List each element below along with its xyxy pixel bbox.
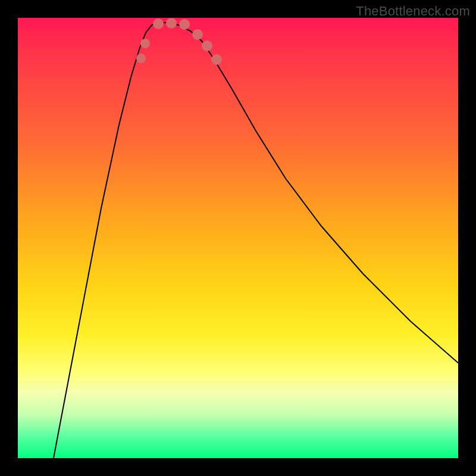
left-marker-1 [136,54,146,63]
chart-plot-area [18,18,458,458]
chart-svg [18,18,458,458]
bottom-marker-2 [166,18,177,29]
right-marker-2 [202,40,212,51]
left-marker-2 [140,39,150,48]
curve-bottleneck-curve [54,23,458,458]
right-marker-1 [192,29,203,40]
right-marker-3 [211,54,222,65]
bottom-marker-1 [153,18,164,29]
bottom-marker-3 [179,19,190,30]
watermark-text: TheBottleneck.com [356,4,470,19]
chart-frame: TheBottleneck.com [0,0,476,476]
chart-curve [54,23,458,458]
